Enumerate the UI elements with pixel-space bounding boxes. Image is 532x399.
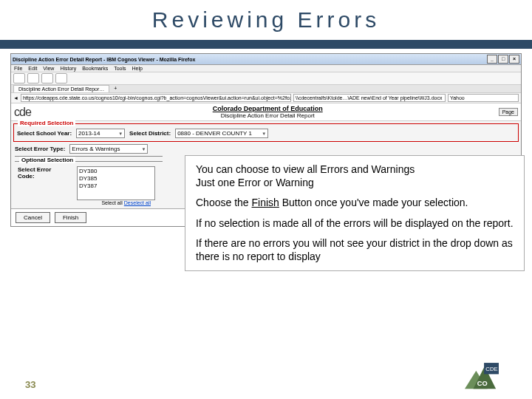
home-button[interactable] [55,73,67,83]
cde-footer-logo: CDE CO [452,361,511,395]
report-header: cde Colorado Department of Education Dis… [11,103,521,121]
menu-bookmarks[interactable]: Bookmarks [82,66,108,71]
window-title: Discipline Action Error Detail Report - … [13,57,195,62]
menu-tools[interactable]: Tools [114,66,126,71]
cancel-button[interactable]: Cancel [16,212,50,223]
menu-help[interactable]: Help [132,66,143,71]
back-icon[interactable]: ◄ [13,95,18,100]
report-org-title: Colorado Department of Education [37,105,499,112]
window-controls: _ □ × [487,55,519,64]
svg-text:CDE: CDE [485,366,497,372]
list-item[interactable]: DY380 [79,168,153,175]
callout-p3: If no selection is made all of the error… [196,217,514,231]
errortype-value: Errors & Warnings [72,146,120,152]
search-input[interactable]: Yahoo [448,94,519,102]
district-value: 0880 - DENVER COUNTY 1 [177,130,252,137]
address-row: ◄ https://cdeapps.cde.state.co.us/cognos… [11,93,521,103]
report-name: Discipline Action Error Detail Report [37,112,499,119]
callout-finish-word: Finish [252,197,279,208]
optional-legend: Optional Selection [19,157,75,163]
district-select[interactable]: 0880 - DENVER COUNTY 1▼ [175,129,268,138]
bookmark-path: \\cdecentralfs\Ktolde…\ADE new\End of Ye… [293,94,446,102]
menu-history[interactable]: History [60,66,76,71]
error-type-row: Select Error Type: Errors & Warnings▼ [15,144,517,154]
browser-menubar: File Edit View History Bookmarks Tools H… [11,65,521,72]
search-engine-label: Yahoo [450,95,465,100]
callout-p2a: Choose the [196,197,252,208]
district-label: Select District: [129,130,171,137]
menu-edit[interactable]: Edit [28,66,37,71]
year-label: Select School Year: [17,130,72,137]
chevron-down-icon: ▼ [141,147,146,151]
required-legend: Required Selection [18,120,75,126]
menu-file[interactable]: File [14,66,22,71]
url-input[interactable]: https://cdeapps.cde.state.co.us/cognos10… [21,94,291,102]
slide-number: 33 [25,379,35,390]
forward-button[interactable] [27,73,39,83]
chevron-down-icon: ▼ [262,132,266,136]
select-all-text: Select all [101,200,123,205]
maximize-button[interactable]: □ [498,55,508,64]
browser-nav-toolbar [11,72,521,85]
new-tab-button[interactable]: + [109,85,121,92]
page-link[interactable]: Page [499,108,518,116]
select-deselect-row: Select all Deselect all [77,200,151,205]
menu-view[interactable]: View [43,66,54,71]
year-value: 2013-14 [78,130,100,137]
reload-button[interactable] [41,73,53,83]
required-fieldset: Required Selection Select School Year: 2… [13,123,519,142]
list-item[interactable]: DY387 [79,183,153,190]
errortype-select[interactable]: Errors & Warnings▼ [69,144,148,154]
tab-strip: Discipline Action Error Detail Repor… + [11,85,521,93]
errorcode-label: Select Error Code: [18,166,69,180]
errortype-label: Select Error Type: [15,146,65,152]
callout-p2b: Button once you've made your selection. [279,197,468,208]
errorcode-listbox[interactable]: DY380 DY385 DY387 [77,166,155,200]
back-button[interactable] [13,73,25,83]
callout-p4: If there are no errors you will not see … [196,237,514,263]
instruction-callout: You can choose to view all Errors and Wa… [185,155,525,271]
close-button[interactable]: × [509,55,519,64]
report-title-block: Colorado Department of Education Discipl… [37,105,499,119]
chevron-down-icon: ▼ [118,132,123,136]
list-item[interactable]: DY385 [79,175,153,183]
svg-text:CO: CO [477,380,488,387]
callout-line2: Just one Error or Warning [196,177,314,188]
slide-title: Reviewing Errors [0,7,532,33]
year-select[interactable]: 2013-14▼ [76,129,125,138]
optional-fieldset: Optional Selection Select Error Code: DY… [15,161,163,207]
browser-titlebar: Discipline Action Error Detail Report - … [11,54,521,65]
callout-line1: You can choose to view all Errors and Wa… [196,163,415,175]
deselect-all-link[interactable]: Deselect all [124,200,151,205]
minimize-button[interactable]: _ [487,55,497,64]
browser-tab[interactable]: Discipline Action Error Detail Repor… [13,85,109,92]
finish-button[interactable]: Finish [55,212,86,223]
title-accent-bar [0,40,532,49]
cde-logo: cde [14,106,31,119]
